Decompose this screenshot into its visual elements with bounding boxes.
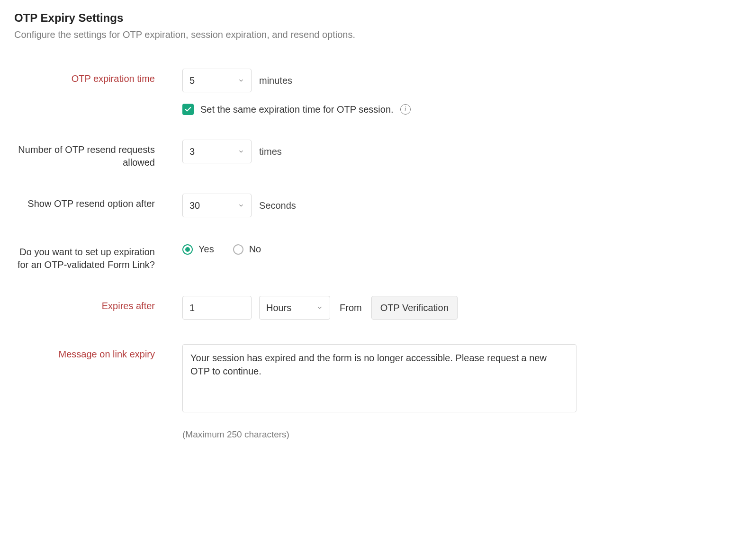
row-form-link-expiry: Do you want to set up expiration for an … [14,242,742,271]
label-form-link-expiry: Do you want to set up expiration for an … [14,242,182,271]
chevron-down-icon [238,202,244,209]
chevron-down-icon [316,304,323,311]
resend-after-select[interactable]: 30 [182,194,252,217]
check-icon [184,106,192,113]
row-resend-requests: Number of OTP resend requests allowed 3 … [14,140,742,169]
expires-after-from-value: OTP Verification [371,296,458,320]
label-expires-after: Expires after [14,296,182,312]
label-message: Message on link expiry [14,344,182,361]
chevron-down-icon [238,77,244,84]
from-label: From [340,303,362,313]
expires-after-unit-select[interactable]: Hours [259,296,330,320]
resend-after-unit: Seconds [259,200,296,211]
otp-expiration-value: 5 [189,75,195,86]
row-resend-after: Show OTP resend option after 30 Seconds [14,194,742,217]
same-expiration-checkbox[interactable] [182,104,194,115]
row-message: Message on link expiry (Maximum 250 char… [14,344,742,440]
label-otp-expiration: OTP expiration time [14,69,182,85]
resend-requests-select[interactable]: 3 [182,140,252,163]
info-icon[interactable]: i [400,104,411,115]
otp-expiration-select[interactable]: 5 [182,69,252,92]
radio-no-circle [233,244,243,255]
otp-expiration-unit: minutes [259,75,292,86]
page-title: OTP Expiry Settings [14,11,742,25]
radio-no[interactable]: No [233,244,261,255]
expires-after-unit-value: Hours [266,303,291,313]
form-link-expiry-radio-group: Yes No [182,242,742,255]
row-expires-after: Expires after Hours From OTP Verificatio… [14,296,742,320]
radio-yes-label: Yes [198,244,214,255]
page-subtitle: Configure the settings for OTP expiratio… [14,29,742,40]
radio-yes[interactable]: Yes [182,244,214,255]
resend-requests-value: 3 [189,146,195,157]
chevron-down-icon [238,148,244,155]
radio-no-label: No [249,244,261,255]
resend-requests-unit: times [259,146,282,157]
label-resend-after: Show OTP resend option after [14,194,182,210]
same-expiration-label: Set the same expiration time for OTP ses… [200,104,394,115]
radio-yes-circle [182,244,193,255]
row-otp-expiration: OTP expiration time 5 minutes Set the sa… [14,69,742,115]
message-helper: (Maximum 250 characters) [182,429,742,440]
label-resend-requests: Number of OTP resend requests allowed [14,140,182,169]
expires-after-input[interactable] [182,296,252,320]
resend-after-value: 30 [189,200,200,211]
message-textarea[interactable] [182,344,576,412]
